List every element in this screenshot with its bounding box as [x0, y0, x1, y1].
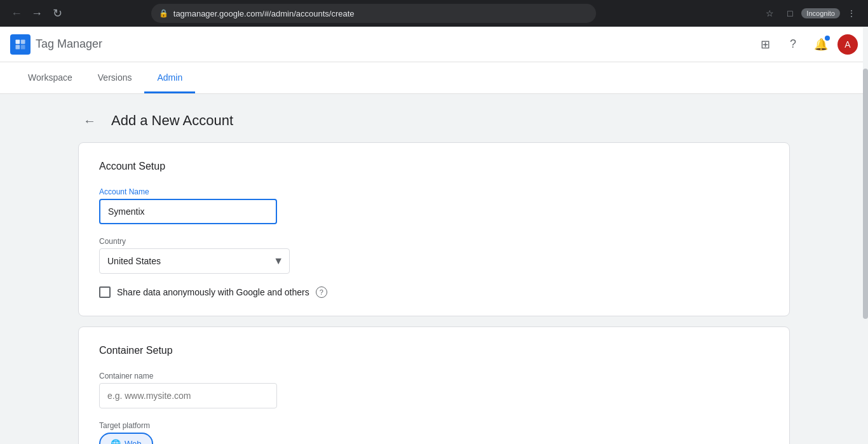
star-button[interactable]: ☆ — [761, 4, 778, 22]
tab-admin[interactable]: Admin — [144, 62, 195, 93]
back-nav-button[interactable]: ← — [8, 4, 25, 22]
country-select[interactable]: United States United Kingdom Canada Aust… — [99, 248, 290, 274]
window-button[interactable]: □ — [781, 4, 799, 22]
share-data-label: Share data anonymously with Google and o… — [117, 287, 309, 297]
account-name-group: Account Name — [99, 187, 769, 224]
country-label: Country — [99, 237, 769, 246]
nav-tabs: Workspace Versions Admin — [0, 62, 868, 94]
container-name-label: Container name — [99, 372, 769, 380]
svg-rect-3 — [21, 44, 25, 49]
target-platform-label: Target platform — [99, 421, 769, 430]
address-bar[interactable]: 🔒 tagmanager.google.com/#/admin/accounts… — [151, 4, 596, 23]
target-platform-group: Target platform 🌐 Web — [99, 421, 769, 444]
notification-dot — [825, 36, 830, 41]
container-setup-card: Container Setup Container name Target pl… — [78, 326, 790, 444]
account-setup-card: Account Setup Account Name Country Unite… — [78, 142, 790, 316]
svg-rect-1 — [21, 39, 25, 44]
svg-rect-2 — [16, 44, 20, 49]
svg-rect-0 — [16, 39, 20, 44]
apps-button[interactable]: ⊞ — [754, 33, 776, 56]
container-name-input[interactable] — [99, 383, 277, 408]
account-setup-title: Account Setup — [99, 161, 769, 172]
account-name-label: Account Name — [99, 187, 769, 196]
scrollbar[interactable] — [863, 27, 868, 444]
share-data-help-icon[interactable]: ? — [316, 286, 327, 298]
back-button[interactable]: ← — [78, 109, 101, 132]
url-text: tagmanager.google.com/#/admin/accounts/c… — [173, 9, 588, 18]
nav-buttons: ← → ↻ — [8, 4, 66, 22]
container-setup-title: Container Setup — [99, 345, 769, 356]
share-data-row: Share data anonymously with Google and o… — [99, 286, 769, 298]
account-name-input[interactable] — [99, 199, 277, 224]
avatar[interactable]: A — [837, 34, 858, 55]
reload-button[interactable]: ↻ — [48, 4, 66, 22]
app-header: Tag Manager ⊞ ? 🔔 A — [0, 27, 868, 62]
web-platform-button[interactable]: 🌐 Web — [99, 433, 153, 444]
scrollbar-thumb[interactable] — [863, 69, 868, 319]
incognito-badge: Incognito — [801, 8, 840, 18]
tab-versions[interactable]: Versions — [85, 62, 145, 93]
forward-nav-button[interactable]: → — [28, 4, 46, 22]
app-logo: Tag Manager — [10, 34, 102, 55]
web-platform-label: Web — [125, 439, 142, 444]
tag-manager-logo-icon — [10, 34, 31, 55]
header-right: ⊞ ? 🔔 A — [754, 33, 858, 56]
country-select-wrapper: United States United Kingdom Canada Aust… — [99, 248, 290, 274]
share-data-checkbox[interactable] — [99, 286, 111, 298]
page-title: Add a New Account — [111, 112, 233, 129]
help-button[interactable]: ? — [782, 33, 804, 56]
menu-button[interactable]: ⋮ — [843, 4, 860, 22]
page-content: ← Add a New Account Account Setup Accoun… — [0, 94, 868, 444]
browser-actions: ☆ □ Incognito ⋮ — [761, 4, 860, 22]
app-logo-text: Tag Manager — [36, 37, 102, 51]
web-icon: 🌐 — [111, 439, 121, 444]
lock-icon: 🔒 — [159, 9, 168, 18]
tab-workspace[interactable]: Workspace — [15, 62, 85, 93]
browser-chrome: ← → ↻ 🔒 tagmanager.google.com/#/admin/ac… — [0, 0, 868, 27]
country-group: Country United States United Kingdom Can… — [99, 237, 769, 274]
container-name-group: Container name — [99, 372, 769, 408]
page-header: ← Add a New Account — [78, 109, 790, 132]
